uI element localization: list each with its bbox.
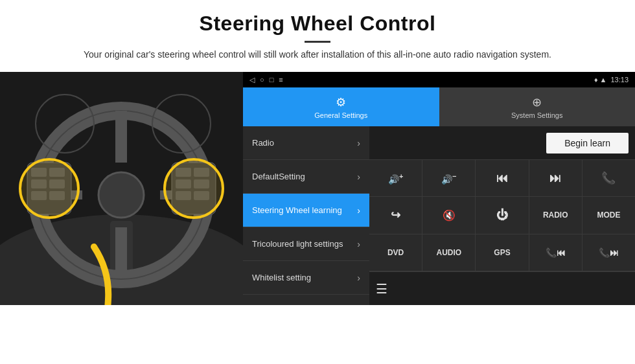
chevron-right-icon: › xyxy=(357,239,360,249)
menu-item-whitelist-label: Whitelist setting xyxy=(252,273,357,283)
home-icon: ○ xyxy=(260,76,264,84)
menu-icon: ≡ xyxy=(279,76,283,84)
menu-item-tricoloured[interactable]: Tricoloured light settings › xyxy=(243,227,369,261)
menu-item-radio-label: Radio xyxy=(252,138,357,148)
menu-item-tricoloured-label: Tricoloured light settings xyxy=(252,239,357,249)
menu-item-whitelist[interactable]: Whitelist setting › xyxy=(243,261,369,295)
tel-prev-button[interactable]: 📞⏮ xyxy=(529,234,583,271)
chevron-right-icon: › xyxy=(357,138,360,148)
gear-icon: ⚙ xyxy=(336,95,346,109)
phone-button[interactable]: 📞 xyxy=(583,160,635,196)
tel-next-icon: 📞⏭ xyxy=(599,247,619,258)
mode-button[interactable]: MODE xyxy=(583,197,635,233)
controls-row-2: ↪ 🔇 ⏻ RADIO MODE xyxy=(369,197,635,234)
mute-button[interactable]: 🔇 xyxy=(422,197,476,233)
svg-point-27 xyxy=(165,159,223,218)
hangup-button[interactable]: ↪ xyxy=(369,197,422,233)
power-icon: ⏻ xyxy=(496,209,508,222)
vol-down-button[interactable]: 🔊− xyxy=(422,160,476,196)
begin-learn-button[interactable]: Begin learn xyxy=(546,133,629,154)
back-icon: ◁ xyxy=(249,76,255,84)
page-subtitle: Your original car's steering wheel contr… xyxy=(65,48,570,62)
gps-button[interactable]: GPS xyxy=(476,234,529,271)
top-section: Steering Wheel Control Your original car… xyxy=(0,0,635,69)
car-background xyxy=(0,72,243,305)
tab-general[interactable]: ⚙ General Settings xyxy=(243,87,439,126)
controls-grid: 🔊+ 🔊− ⏮ ⏭ 📞 xyxy=(369,160,635,271)
list-icon-row: ☰ xyxy=(369,271,635,305)
power-button[interactable]: ⏻ xyxy=(476,197,529,233)
radio-label: RADIO xyxy=(543,210,568,220)
vol-up-button[interactable]: 🔊+ xyxy=(369,160,422,196)
menu-item-steering[interactable]: Steering Wheel learning › xyxy=(243,194,369,227)
signal-icon: ♦ ▲ xyxy=(594,76,607,84)
next-track-button[interactable]: ⏭ xyxy=(529,160,583,196)
radio-mode-button[interactable]: RADIO xyxy=(529,197,583,233)
clock: 13:13 xyxy=(610,76,629,84)
tab-general-label: General Settings xyxy=(314,111,367,119)
mode-label: MODE xyxy=(597,210,620,220)
dvd-label: DVD xyxy=(387,248,404,257)
hangup-icon: ↪ xyxy=(391,208,400,222)
audio-label: AUDIO xyxy=(436,248,461,257)
prev-track-button[interactable]: ⏮ xyxy=(476,160,529,196)
prev-track-icon: ⏮ xyxy=(496,172,508,185)
controls-row-1: 🔊+ 🔊− ⏮ ⏭ 📞 xyxy=(369,160,635,197)
left-menu: Radio › DefaultSetting › Steering Wheel … xyxy=(243,126,369,305)
recents-icon: □ xyxy=(270,76,274,84)
dvd-button[interactable]: DVD xyxy=(369,234,422,271)
chevron-right-icon: › xyxy=(357,205,360,216)
status-nav-icons: ◁ ○ □ ≡ xyxy=(249,76,283,84)
audio-button[interactable]: AUDIO xyxy=(422,234,476,271)
tab-system-label: System Settings xyxy=(511,111,562,119)
controls-row-3: DVD AUDIO GPS 📞⏮ 📞⏭ xyxy=(369,234,635,271)
system-icon: ⊕ xyxy=(532,95,542,109)
menu-item-default[interactable]: DefaultSetting › xyxy=(243,160,369,194)
car-image-section xyxy=(0,72,243,305)
main-content: ◁ ○ □ ≡ ♦ ▲ 13:13 ⚙ General Settings ⊕ S… xyxy=(0,72,635,305)
svg-point-9 xyxy=(98,172,144,218)
phone-icon: 📞 xyxy=(601,171,616,185)
begin-learn-row: Begin learn xyxy=(369,126,635,160)
tab-system[interactable]: ⊕ System Settings xyxy=(439,87,636,126)
menu-item-steering-label: Steering Wheel learning xyxy=(252,205,357,216)
right-panel: Begin learn 🔊+ 🔊− ⏮ xyxy=(369,126,635,305)
list-icon: ☰ xyxy=(376,281,387,297)
status-bar: ◁ ○ □ ≡ ♦ ▲ 13:13 xyxy=(243,72,635,87)
menu-item-radio[interactable]: Radio › xyxy=(243,126,369,160)
tab-bar: ⚙ General Settings ⊕ System Settings xyxy=(243,87,635,126)
next-track-icon: ⏭ xyxy=(549,172,561,185)
tel-prev-icon: 📞⏮ xyxy=(546,247,566,258)
menu-item-default-label: DefaultSetting xyxy=(252,172,357,182)
vol-up-icon: 🔊+ xyxy=(388,172,403,185)
page-title: Steering Wheel Control xyxy=(39,12,596,36)
android-ui: ◁ ○ □ ≡ ♦ ▲ 13:13 ⚙ General Settings ⊕ S… xyxy=(243,72,635,305)
mute-icon: 🔇 xyxy=(443,209,456,222)
vol-down-icon: 🔊− xyxy=(441,172,456,185)
status-right-icons: ♦ ▲ 13:13 xyxy=(594,76,629,84)
chevron-right-icon: › xyxy=(357,172,360,182)
chevron-right-icon: › xyxy=(357,273,360,283)
gps-label: GPS xyxy=(494,248,510,257)
svg-point-26 xyxy=(20,159,78,218)
android-main: Radio › DefaultSetting › Steering Wheel … xyxy=(243,126,635,305)
tel-next-button[interactable]: 📞⏭ xyxy=(583,234,635,271)
title-divider xyxy=(305,41,330,43)
